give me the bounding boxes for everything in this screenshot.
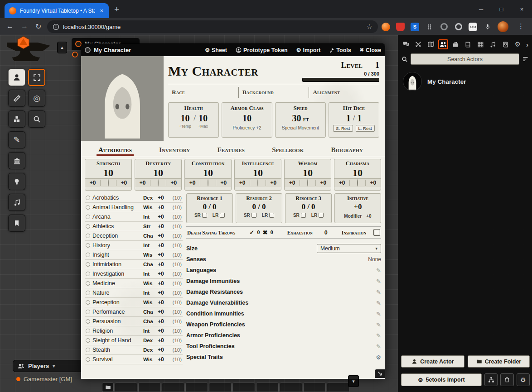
session-extension-icon[interactable]: S [411,23,419,31]
tab-chat[interactable] [401,39,411,49]
skill-proficiency-toggle[interactable] [86,262,90,267]
skill-row[interactable]: Nature Int +0 (10) [85,288,183,298]
ability-score[interactable]: 10 [135,167,181,178]
tile-controls-button[interactable] [8,110,25,128]
ability-name[interactable]: Intelligence [235,159,281,167]
back-icon[interactable]: ← [6,22,14,30]
skill-row[interactable]: Survival Wis +0 (10) [85,355,183,364]
skill-proficiency-toggle[interactable] [86,253,90,257]
skill-row[interactable]: Sleight of Hand Dex +0 (10) [85,336,183,345]
death-fail-icon[interactable]: ✖ [263,229,268,236]
ability-score[interactable]: 10 [334,167,381,178]
death-fail-count[interactable]: 0 [270,229,273,236]
oo-extension-icon[interactable] [469,23,477,31]
skill-proficiency-toggle[interactable] [86,243,90,248]
skill-name[interactable]: Performance [92,309,141,315]
sheet-tab[interactable]: Inventory [157,145,192,156]
reader-extension-icon[interactable] [440,23,448,31]
ability-name[interactable]: Wisdom [285,159,331,167]
ability-proficiency-toggle[interactable] [200,180,215,186]
skill-row[interactable]: Athletics Str +0 (10) [85,222,183,231]
url-text[interactable]: localhost:30000/game [63,24,363,30]
mic-extension-icon[interactable] [483,23,492,31]
actor-name[interactable]: My Character [427,78,466,85]
skill-proficiency-toggle[interactable] [86,205,90,210]
adblock-extension-icon[interactable] [396,23,405,31]
edit-icon[interactable]: ✎ [376,332,381,339]
skill-name[interactable]: Medicine [92,280,141,287]
tab-settings[interactable]: ⚙ [513,39,523,49]
ruler-tool-button[interactable] [8,90,25,107]
tab-items[interactable] [451,39,461,49]
edit-icon[interactable]: ✎ [376,321,381,328]
tape-measure-button[interactable] [28,110,45,128]
initiative-value[interactable]: +0 [335,202,381,211]
sound-controls-button[interactable] [8,194,25,211]
ability-proficiency-toggle[interactable] [101,180,116,186]
skill-name[interactable]: Acrobatics [92,195,141,201]
close-window-icon[interactable]: × [512,6,532,13]
edit-icon[interactable]: ✎ [376,267,381,274]
folder-tree-button[interactable] [484,373,498,386]
skill-name[interactable]: Perception [92,299,141,306]
select-tool-button[interactable] [28,69,45,86]
xp-value[interactable]: 0 / 300 [299,71,379,76]
exhaustion-value[interactable]: 0 [324,229,328,236]
ability-save[interactable]: +0 [216,180,231,186]
race-field[interactable]: Race [168,89,238,96]
grid-extension-icon[interactable] [425,23,434,31]
resource-label[interactable]: Resource 3 [285,194,331,202]
short-rest-checkbox[interactable] [301,213,306,218]
skill-row[interactable]: Persuasion Cha +0 (10) [85,317,183,326]
sheet-tab[interactable]: Spellbook [270,145,305,156]
edit-icon[interactable]: ✎ [376,289,381,296]
skill-proficiency-toggle[interactable] [86,281,90,286]
tempmax-hp-label[interactable]: +Max [198,124,208,129]
skill-name[interactable]: Animal Handling [92,204,141,210]
death-success-icon[interactable]: ✓ [249,229,254,236]
long-rest-checkbox[interactable] [319,213,324,218]
ability-save[interactable]: +0 [116,180,131,186]
edit-icon[interactable]: ✎ [376,300,381,306]
skill-proficiency-toggle[interactable] [86,272,90,276]
ability-name[interactable]: Strength [85,159,131,167]
skill-proficiency-toggle[interactable] [86,300,90,305]
skill-name[interactable]: Athletics [92,223,141,229]
skill-row[interactable]: Religion Int +0 (10) [85,326,183,336]
hotbar-collapse-button[interactable]: ▾ [348,375,359,387]
macro-slot[interactable] [138,382,161,392]
ability-save[interactable]: +0 [365,180,381,186]
size-select[interactable]: Medium▾ [317,244,381,253]
character-portrait[interactable] [81,56,164,141]
window-resize-handle[interactable] [375,369,385,378]
delete-button[interactable] [500,373,513,386]
macro-slot[interactable] [115,382,137,392]
skill-row[interactable]: Insight Wis +0 (10) [85,250,183,260]
sheet-tab[interactable]: Attributes [97,145,134,156]
tab-scenes[interactable] [426,39,436,49]
tab-playlists[interactable] [488,39,498,49]
sheet-tab[interactable]: Biography [329,145,365,156]
resource-value[interactable]: 0 [301,202,305,211]
ability-name[interactable]: Charisma [334,159,381,167]
ability-score[interactable]: 10 [85,167,131,178]
skill-row[interactable]: Deception Cha +0 (10) [85,231,183,241]
macro-slot[interactable] [232,382,255,392]
macro-folder-button[interactable] [102,382,114,392]
edit-icon[interactable]: ✎ [376,311,381,317]
skill-row[interactable]: History Int +0 (10) [85,241,183,250]
skill-proficiency-toggle[interactable] [86,338,90,343]
skill-proficiency-toggle[interactable] [86,310,90,314]
skill-name[interactable]: Deception [92,233,141,239]
alignment-field[interactable]: Alignment [309,87,379,98]
skill-proficiency-toggle[interactable] [86,357,90,362]
skill-proficiency-toggle[interactable] [86,224,90,229]
death-success-count[interactable]: 0 [257,229,260,236]
import-button[interactable]: ⚙Import [296,47,321,53]
resource-value[interactable]: 0 [252,202,256,211]
skill-name[interactable]: Religion [92,328,141,334]
skill-proficiency-toggle[interactable] [86,329,90,333]
inspiration-checkbox[interactable] [373,229,380,236]
token-controls-button[interactable] [8,69,25,86]
ring-extension-icon[interactable] [454,23,463,31]
